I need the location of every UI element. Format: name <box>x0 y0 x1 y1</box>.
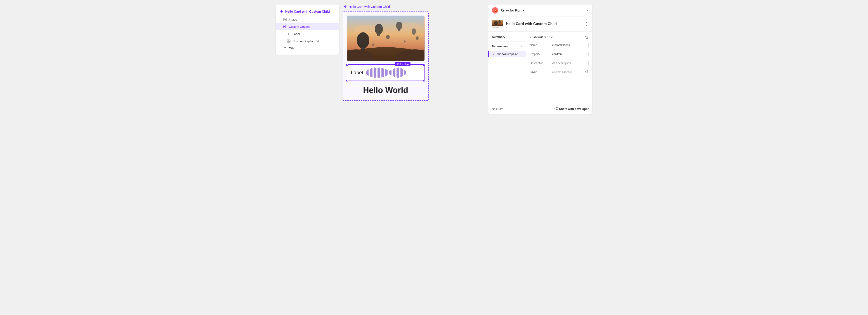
canvas-header-title: Hello Card with Custom Child <box>348 5 390 8</box>
app-name: Relay for Figma <box>500 8 524 12</box>
svg-point-18 <box>396 22 402 30</box>
svg-rect-5 <box>286 26 286 28</box>
layer-item-label-label: Label <box>292 32 300 36</box>
resize-handle-tr[interactable] <box>423 64 425 66</box>
svg-rect-15 <box>361 48 365 50</box>
layer-item-custom-graphic-label: Custom Graphic <box>289 25 310 28</box>
svg-line-40 <box>555 108 557 108</box>
layer-item-custom-graphic-still[interactable]: Custom Graphic Still <box>276 37 339 45</box>
description-field-label: Description <box>530 62 548 65</box>
no-errors-text: No errors <box>492 107 503 111</box>
svg-text:Hello World: Hello World <box>493 27 499 28</box>
more-button[interactable]: ⋮ <box>585 22 589 26</box>
summary-section-header: Summary <box>488 35 526 41</box>
layer-item-root[interactable]: ❖ Hello Card with Custom Child <box>276 7 339 16</box>
property-select-wrapper: children className style ▾ <box>550 51 589 57</box>
svg-point-39 <box>554 108 555 109</box>
text-icon-title: T <box>283 46 287 50</box>
resize-handle-br[interactable] <box>423 80 425 81</box>
layer-field-row: Layer Custom Graphic <box>530 69 589 75</box>
canvas-area: ❖ Hello Card with Custom Child <box>343 4 485 101</box>
diamond-icon: ❖ <box>279 9 283 13</box>
svg-point-16 <box>375 24 383 35</box>
svg-point-38 <box>557 109 557 110</box>
delete-param-button[interactable]: 🗑 <box>585 35 589 39</box>
name-field-label: Name <box>530 43 548 47</box>
layer-item-custom-graphic-still-label: Custom Graphic Still <box>292 39 319 43</box>
description-field-row: Description <box>530 60 589 66</box>
param-detail-header: customGraphic 🗑 <box>530 35 589 39</box>
component-title: Hello Card with Custom Child <box>506 22 582 26</box>
name-input[interactable] <box>550 42 589 48</box>
property-select[interactable]: children className style <box>550 51 589 57</box>
size-badge: 216 × Hug <box>395 62 410 66</box>
svg-point-37 <box>557 107 557 108</box>
svg-rect-2 <box>283 26 284 28</box>
canvas-header-diamond-icon: ❖ <box>344 4 347 9</box>
canvas-header: ❖ Hello Card with Custom Child <box>343 4 390 9</box>
property-field-row: Property children className style ▾ <box>530 51 589 57</box>
layer-item-image[interactable]: Image <box>276 16 339 23</box>
svg-point-9 <box>354 25 377 34</box>
canvas-image <box>347 15 425 61</box>
relay-logo: 🎪 <box>492 7 498 13</box>
svg-rect-6 <box>287 40 290 42</box>
name-field-row: Name <box>530 42 589 48</box>
layer-item-root-label: Hello Card with Custom Child <box>285 10 330 13</box>
component-header: Hello World Hello Card with Custom Child… <box>488 16 592 32</box>
param-arrow-icon: ↳ <box>493 53 495 56</box>
resize-handle-bl[interactable] <box>346 80 348 81</box>
summary-title: Summary <box>492 35 505 39</box>
bars-icon <box>283 25 287 29</box>
share-label: Share with developer <box>559 107 589 111</box>
layer-item-title[interactable]: T Title <box>276 45 339 52</box>
properties-panel: 🎪 Relay for Figma × <box>488 4 592 114</box>
panel-header-left: 🎪 Relay for Figma <box>492 7 524 13</box>
layer-field-label: Layer <box>530 70 548 74</box>
hello-world-text: Hello World <box>347 83 425 97</box>
param-item-custom-graphic[interactable]: ↳ customGraphic <box>488 51 526 57</box>
svg-point-24 <box>404 40 406 43</box>
parameters-section-header: Parameters + <box>488 44 526 51</box>
layer-panel: ❖ Hello Card with Custom Child Image <box>276 4 339 55</box>
layer-item-title-label: Title <box>289 47 294 50</box>
svg-point-20 <box>412 28 416 34</box>
svg-point-23 <box>372 43 374 46</box>
share-icon <box>554 107 558 111</box>
svg-rect-0 <box>283 18 287 21</box>
description-input[interactable] <box>550 60 589 66</box>
param-detail-name-label: customGraphic <box>530 35 553 39</box>
layer-item-image-label: Image <box>289 18 297 21</box>
svg-rect-21 <box>413 34 414 35</box>
target-layer-button[interactable] <box>585 70 589 74</box>
parameters-title: Parameters <box>492 45 508 48</box>
svg-point-28 <box>498 20 501 24</box>
panel-body: Summary Parameters + ↳ customGraphic cus… <box>488 32 592 104</box>
layer-item-custom-graphic[interactable]: Custom Graphic <box>276 23 339 30</box>
svg-point-25 <box>416 36 418 40</box>
svg-point-22 <box>386 35 390 39</box>
resize-handle-tl[interactable] <box>346 64 348 66</box>
param-name: customGraphic <box>497 53 518 56</box>
custom-graphic-box: Label <box>347 64 425 81</box>
svg-rect-4 <box>285 25 285 28</box>
label-text: Label <box>351 70 363 76</box>
property-field-label: Property <box>530 53 548 56</box>
image-still-icon <box>287 39 291 43</box>
waveform <box>366 67 421 78</box>
panel-left: Summary Parameters + ↳ customGraphic <box>488 32 526 104</box>
component-thumbnail: Hello World <box>492 20 503 28</box>
svg-rect-17 <box>377 34 380 36</box>
svg-line-41 <box>555 109 557 109</box>
panel-right: customGraphic 🗑 Name Property children c… <box>526 32 592 104</box>
svg-point-14 <box>357 32 369 48</box>
add-parameter-button[interactable]: + <box>520 44 522 48</box>
svg-point-27 <box>494 21 498 25</box>
svg-rect-19 <box>398 29 400 31</box>
share-button[interactable]: Share with developer <box>554 107 589 111</box>
layer-item-label[interactable]: T Label <box>276 30 339 37</box>
svg-point-32 <box>586 71 587 72</box>
layer-value: Custom Graphic <box>550 69 583 75</box>
image-icon <box>283 18 287 22</box>
close-button[interactable]: × <box>586 8 589 12</box>
